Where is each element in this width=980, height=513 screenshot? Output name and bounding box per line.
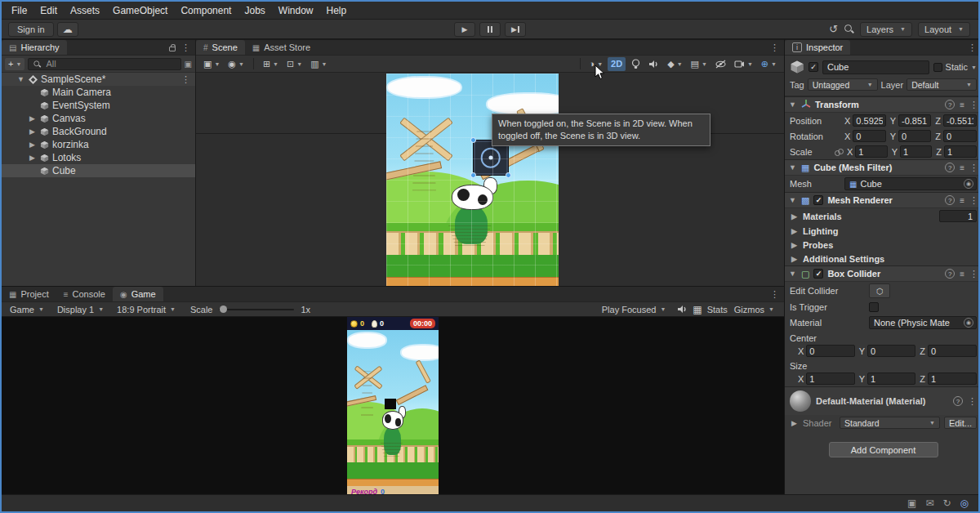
message-icon[interactable]: ✉ — [925, 497, 933, 509]
menu-jobs[interactable]: Jobs — [238, 2, 271, 19]
create-button[interactable]: + ▼ — [5, 58, 24, 70]
undo-history-icon[interactable]: ↺ — [829, 23, 838, 35]
presets-icon[interactable]: ≡ — [960, 196, 964, 205]
scale-slider[interactable] — [219, 309, 294, 310]
refresh-icon[interactable]: ↻ — [942, 497, 951, 509]
stats-button[interactable]: Stats — [707, 305, 728, 314]
kebab-menu-icon[interactable]: ⋮ — [181, 42, 190, 53]
tab-project[interactable]: ▦ Project — [2, 287, 56, 301]
add-component-button[interactable]: Add Component — [829, 442, 938, 457]
hierarchy-item-canvas[interactable]: ▶ Canvas — [2, 112, 195, 125]
mesh-object-field[interactable]: ▦ Cube ◉ — [844, 177, 977, 190]
expand-arrow-icon[interactable]: ▶ — [790, 227, 799, 235]
tool-settings-button[interactable]: ▣▼ — [200, 57, 223, 71]
tab-scene[interactable]: # Scene — [196, 40, 245, 55]
scene-picker-icon[interactable]: ▣ — [185, 60, 192, 69]
shader-dropdown[interactable]: Standard ▼ — [840, 417, 940, 429]
static-checkbox[interactable] — [933, 63, 942, 72]
layer-dropdown[interactable]: Default ▼ — [906, 78, 977, 91]
foldout-open-icon[interactable]: ▼ — [788, 196, 797, 204]
scene-audio-button[interactable] — [645, 57, 662, 71]
gizmos-toggle-button[interactable]: ⊕▼ — [758, 57, 780, 71]
hierarchy-item-cube[interactable]: Cube — [2, 164, 195, 177]
menu-window[interactable]: Window — [272, 2, 320, 19]
draw-mode-button[interactable]: ◉▼ — [225, 57, 247, 71]
menu-file[interactable]: File — [5, 2, 33, 19]
help-icon[interactable]: ? — [945, 195, 955, 205]
size-y-input[interactable] — [867, 372, 915, 385]
active-checkbox[interactable]: ✓ — [808, 62, 818, 72]
menu-help[interactable]: Help — [320, 2, 354, 19]
expand-arrow-icon[interactable]: ▶ — [28, 114, 37, 123]
kebab-menu-icon[interactable]: ⋮ — [770, 42, 779, 53]
tab-asset-store[interactable]: ▦ Asset Store — [245, 40, 318, 55]
layers-dropdown[interactable]: Layers ▼ — [860, 22, 912, 37]
hierarchy-search-input[interactable]: All — [28, 58, 180, 70]
box-collider-enabled-checkbox[interactable]: ✓ — [813, 269, 823, 279]
scale-x-input[interactable] — [855, 145, 887, 158]
object-picker-icon[interactable]: ◉ — [964, 318, 973, 328]
edit-collider-button[interactable]: ⬡ — [869, 283, 890, 298]
snap-scale-button[interactable]: ▥▼ — [307, 57, 330, 71]
kebab-menu-icon[interactable]: ⋮ — [968, 396, 977, 407]
menu-assets[interactable]: Assets — [64, 2, 106, 19]
additional-settings-foldout[interactable]: ▶ Additional Settings — [785, 252, 980, 265]
position-x-input[interactable] — [853, 114, 885, 127]
position-y-input[interactable] — [898, 114, 931, 127]
foldout-open-icon[interactable]: ▼ — [16, 75, 25, 83]
help-icon[interactable]: ? — [945, 100, 955, 109]
scene-camera-button[interactable]: ▼ — [731, 57, 756, 71]
constrain-proportions-icon[interactable] — [835, 148, 843, 156]
menu-edit[interactable]: Edit — [33, 2, 64, 19]
presets-icon[interactable]: ≡ — [960, 270, 964, 279]
object-name-field[interactable]: Cube — [822, 60, 929, 74]
menu-gameobject[interactable]: GameObject — [106, 2, 174, 19]
help-icon[interactable]: ? — [945, 163, 955, 172]
kebab-menu-icon[interactable]: ⋮ — [969, 100, 978, 110]
object-picker-icon[interactable]: ◉ — [964, 179, 973, 189]
scene-overlays-button[interactable]: ▤▼ — [688, 57, 710, 71]
kebab-menu-icon[interactable]: ⋮ — [969, 163, 978, 173]
cloud-services-button[interactable]: ☁ — [57, 22, 78, 37]
hierarchy-scene-row[interactable]: ▼ SampleScene* ⋮ — [2, 73, 195, 86]
kebab-menu-icon[interactable]: ⋮ — [969, 195, 978, 206]
toggle-2d-button[interactable]: 2D — [608, 57, 626, 71]
lock-icon[interactable] — [169, 47, 176, 51]
hierarchy-item-background[interactable]: ▶ BackGround — [2, 125, 195, 138]
size-x-input[interactable] — [806, 372, 854, 385]
materials-foldout[interactable]: ▶ Materials 1 — [785, 208, 980, 224]
center-z-input[interactable] — [928, 345, 977, 357]
rotation-y-input[interactable] — [898, 130, 931, 142]
progress-status-icon[interactable]: ◎ — [960, 497, 969, 509]
expand-arrow-icon[interactable]: ▶ — [790, 212, 799, 221]
play-focused-dropdown[interactable]: Play Focused ▼ — [595, 305, 673, 314]
foldout-open-icon[interactable]: ▼ — [788, 100, 797, 109]
size-z-input[interactable] — [928, 372, 977, 385]
kebab-menu-icon[interactable]: ⋮ — [969, 269, 978, 279]
tab-inspector[interactable]: i Inspector — [785, 40, 850, 55]
tab-console[interactable]: ≡ Console — [56, 287, 113, 301]
play-button[interactable]: ▶ — [454, 22, 475, 37]
scale-slider-thumb[interactable] — [220, 306, 227, 313]
vsync-grid-icon[interactable]: ▦ — [693, 304, 702, 315]
is-trigger-checkbox[interactable] — [869, 302, 879, 312]
tag-dropdown[interactable]: Untagged ▼ — [808, 78, 878, 91]
snap-rotate-button[interactable]: ⊡▼ — [283, 57, 305, 71]
mesh-renderer-header[interactable]: ▼ ▩ ✓ Mesh Renderer ? ≡ ⋮ — [785, 192, 980, 208]
foldout-open-icon[interactable]: ▼ — [788, 163, 797, 172]
physic-material-field[interactable]: None (Physic Mate ◉ — [869, 316, 977, 329]
center-y-input[interactable] — [867, 345, 915, 357]
expand-arrow-icon[interactable]: ▶ — [28, 154, 37, 162]
box-collider-header[interactable]: ▼ ▢ ✓ Box Collider ? ≡ ⋮ — [785, 265, 980, 282]
scale-y-input[interactable] — [900, 145, 932, 158]
help-icon[interactable]: ? — [945, 269, 955, 279]
scene-viewport[interactable]: When toggled on, the Scene is in 2D view… — [196, 73, 784, 286]
hierarchy-item-eventsystem[interactable]: EventSystem — [2, 99, 195, 112]
foldout-open-icon[interactable]: ▼ — [788, 270, 797, 278]
hierarchy-item-lotoks[interactable]: ▶ Lotoks — [2, 151, 195, 164]
automation-icon[interactable]: ▣ — [907, 497, 916, 509]
display-dropdown[interactable]: Display 1 ▼ — [51, 302, 110, 316]
kebab-menu-icon[interactable]: ⋮ — [181, 74, 195, 85]
scene-lighting-button[interactable] — [627, 57, 644, 71]
tab-game[interactable]: ◉ Game — [113, 287, 163, 301]
